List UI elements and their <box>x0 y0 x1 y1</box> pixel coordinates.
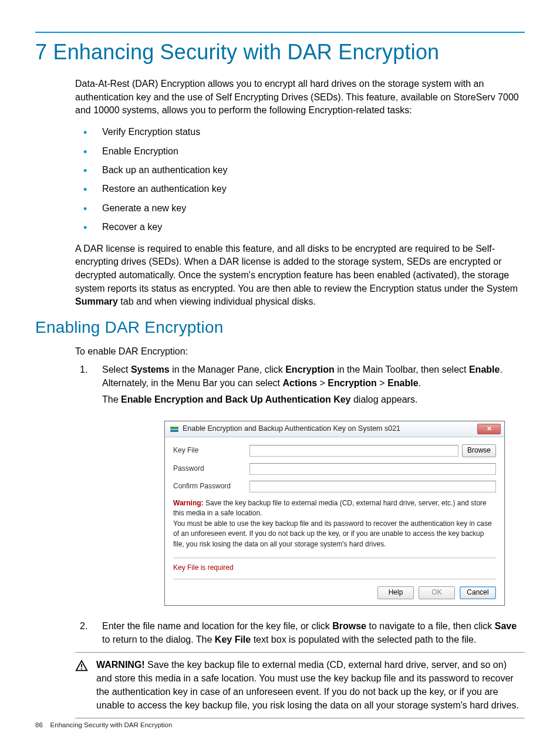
validation-message: Key File is required <box>173 563 496 573</box>
list-item: Verify Encryption status <box>81 126 525 139</box>
text-bold: Encryption <box>328 378 377 388</box>
text: Select <box>102 364 131 374</box>
warning-icon <box>75 660 88 712</box>
warning-text: You must be able to use the key backup f… <box>173 519 492 548</box>
text: > <box>377 378 387 388</box>
text: tab and when viewing individual physical… <box>118 296 316 306</box>
page-footer: 86 Enhancing Security with DAR Encryptio… <box>35 721 172 728</box>
intro-paragraph: Data-At-Rest (DAR) Encryption allows you… <box>75 77 525 117</box>
step-number: 2. <box>80 620 87 633</box>
dialog-title: Enable Encryption and Backup Authenticat… <box>183 424 400 434</box>
warning-label: Warning: <box>173 499 204 507</box>
list-item: Generate a new key <box>81 202 525 215</box>
page-title: 7 Enhancing Security with DAR Encryption <box>35 40 525 65</box>
license-paragraph: A DAR license is required to enable this… <box>75 242 525 309</box>
text: in the Manager Pane, click <box>170 364 285 374</box>
text-bold: Enable <box>387 378 418 388</box>
list-item: Enable Encryption <box>81 145 525 158</box>
text: Enter the file name and location for the… <box>102 621 332 631</box>
password-label: Password <box>173 464 249 474</box>
svg-rect-0 <box>170 427 178 429</box>
text: A DAR license is required to enable this… <box>75 244 518 293</box>
text-bold: Key File <box>215 634 251 644</box>
warning-text: Save the key backup file to external med… <box>173 499 487 517</box>
section-title: Enabling DAR Encryption <box>35 318 525 337</box>
browse-button[interactable]: Browse <box>462 444 496 457</box>
password-input[interactable] <box>249 463 496 475</box>
app-icon <box>170 424 179 434</box>
warning-callout: WARNING! Save the key backup file to ext… <box>75 652 525 718</box>
svg-rect-1 <box>170 430 178 432</box>
text-bold: Browse <box>332 621 366 631</box>
warning-label: WARNING! <box>96 660 145 670</box>
dialog-warning: Warning: Save the key backup file to ext… <box>173 498 496 549</box>
warning-body: Save the key backup file to external med… <box>96 660 519 710</box>
text-bold: Enable Encryption and Back Up Authentica… <box>121 394 350 404</box>
svg-rect-3 <box>81 669 82 670</box>
task-list: Verify Encryption status Enable Encrypti… <box>81 126 525 234</box>
help-button[interactable]: Help <box>377 586 414 599</box>
cancel-button[interactable]: Cancel <box>460 586 496 599</box>
text-bold: Save <box>495 621 517 631</box>
list-item: Recover a key <box>81 221 525 234</box>
text-bold: Actions <box>282 378 317 388</box>
keyfile-input[interactable] <box>249 445 458 457</box>
text: > <box>317 378 328 388</box>
text-bold: Summary <box>75 296 118 306</box>
ok-button[interactable]: OK <box>419 586 455 599</box>
footer-title: Enhancing Security with DAR Encryption <box>50 721 173 728</box>
text-bold: Enable <box>469 364 500 374</box>
text: in the Main Toolbar, then select <box>335 364 469 374</box>
text: to navigate to a file, then click <box>366 621 495 631</box>
svg-rect-2 <box>81 664 82 668</box>
confirm-password-input[interactable] <box>249 481 496 492</box>
keyfile-label: Key File <box>173 445 249 455</box>
close-icon: ✕ <box>487 424 492 434</box>
text: . <box>419 378 421 388</box>
text: text box is populated with the selected … <box>251 634 476 644</box>
list-item: Back up an authentication key <box>81 164 525 177</box>
close-button[interactable]: ✕ <box>477 424 501 434</box>
text: The <box>102 394 121 404</box>
step-1: 1. Select Systems in the Manager Pane, c… <box>75 363 525 606</box>
list-item: Restore an authentication key <box>81 183 525 195</box>
text: dialog appears. <box>350 394 417 404</box>
divider <box>173 579 496 579</box>
step-2: 2. Enter the file name and location for … <box>75 620 525 646</box>
confirm-password-label: Confirm Password <box>173 481 249 491</box>
divider <box>173 558 496 558</box>
dialog: Enable Encryption and Backup Authenticat… <box>164 421 505 606</box>
text-bold: Systems <box>131 364 170 374</box>
page-number: 86 <box>35 721 43 728</box>
titlebar[interactable]: Enable Encryption and Backup Authenticat… <box>165 421 504 437</box>
enable-lead: To enable DAR Encryption: <box>75 345 525 359</box>
step-number: 1. <box>80 363 87 377</box>
text-bold: Encryption <box>285 364 335 374</box>
text: to return to the dialog. The <box>102 634 215 644</box>
